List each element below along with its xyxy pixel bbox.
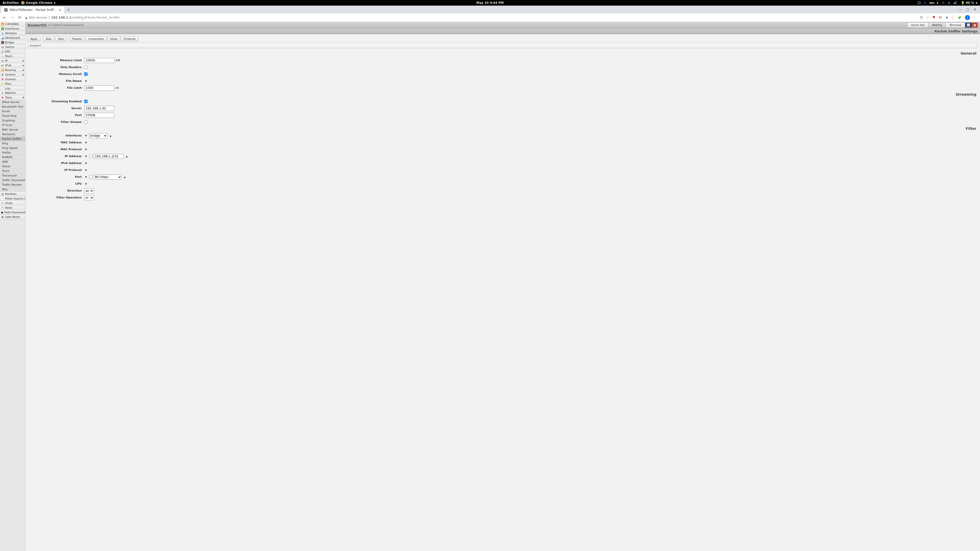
- operation-select[interactable]: or: [84, 195, 94, 200]
- sidebar-item-files[interactable]: 📁Files: [0, 82, 25, 86]
- sidebar-item-system[interactable]: ⚙System▶: [0, 73, 25, 77]
- extensions-icon[interactable]: 🧩: [958, 16, 961, 19]
- sidebar-item-graphing[interactable]: Graphing: [0, 118, 25, 123]
- tab-quickset[interactable]: Quick Set: [907, 22, 928, 28]
- sidebar-item-telnet[interactable]: Telnet: [0, 164, 25, 169]
- ext-circle-icon[interactable]: ○: [952, 16, 954, 19]
- ublock-icon[interactable]: ⛊: [932, 16, 935, 19]
- sidebar-item-radius[interactable]: ✦RADIUS: [0, 91, 25, 95]
- app-menu[interactable]: Google Chrome ▼: [21, 1, 56, 5]
- mac-address-expand-icon[interactable]: ▼: [84, 141, 88, 144]
- sidebar-item-mac-server[interactable]: MAC Server: [0, 127, 25, 132]
- ipv6-address-expand-icon[interactable]: ▼: [84, 162, 88, 165]
- server-input[interactable]: [84, 106, 115, 111]
- packets-button[interactable]: Packets: [69, 36, 84, 41]
- sidebar-item-safe-mode[interactable]: 🖥Safe Mode: [0, 215, 25, 219]
- tab-dashboard-icon[interactable]: ▦: [972, 22, 978, 28]
- sidebar-item-wireguard[interactable]: ◢WireGuard: [0, 36, 25, 40]
- sidebar-item-log[interactable]: 📄Log: [0, 86, 25, 91]
- sidebar-item-traffic-monitor[interactable]: Traffic Monitor: [0, 183, 25, 187]
- ext-refresh-icon[interactable]: ◉: [946, 16, 948, 19]
- activities-button[interactable]: Activities: [3, 1, 19, 5]
- sidebar-item-ping[interactable]: Ping: [0, 141, 25, 146]
- sidebar-item-packet-sniffer[interactable]: Packet Sniffer: [0, 137, 25, 141]
- tab-graph-icon[interactable]: 📊: [965, 22, 972, 28]
- memory-limit-input[interactable]: [84, 58, 115, 63]
- file-name-expand-icon[interactable]: ▼: [84, 80, 88, 83]
- sidebar-item-romon[interactable]: RoMON: [0, 155, 25, 160]
- clock[interactable]: May 10 9:44 PM: [476, 1, 504, 5]
- stream-port-input[interactable]: [84, 113, 115, 118]
- direction-select[interactable]: any: [84, 188, 94, 193]
- sidebar-item-tools[interactable]: ✖Tools▼: [0, 95, 25, 100]
- new-tab-button[interactable]: +: [65, 6, 72, 13]
- sidebar-item-ip[interactable]: 🏷IP▶: [0, 59, 25, 63]
- sidebar-item-traceroute[interactable]: Traceroute: [0, 173, 25, 178]
- volume-icon[interactable]: 🔊: [953, 1, 957, 5]
- back-button[interactable]: ←: [2, 15, 7, 20]
- sidebar-item-email[interactable]: Email: [0, 109, 25, 114]
- sidebar-item-torch[interactable]: Torch: [0, 169, 25, 173]
- sidebar-item-flood-ping[interactable]: Flood Ping: [0, 114, 25, 118]
- start-button[interactable]: Start: [43, 36, 54, 41]
- sidebar-item-queues[interactable]: ♣Queues: [0, 77, 25, 82]
- sidebar-item-ping-speed[interactable]: Ping Speed: [0, 146, 25, 151]
- sidebar-item-mesh[interactable]: ⁘Mesh: [0, 54, 25, 59]
- wifi-icon[interactable]: ▾: [948, 1, 950, 5]
- bluetooth-icon[interactable]: ᛒ: [924, 1, 926, 5]
- filter-port-invert-checkbox[interactable]: [89, 175, 92, 179]
- tab-webfig[interactable]: WebFig: [928, 22, 946, 28]
- battery-indicator[interactable]: 🔋 90 % ▼: [961, 1, 977, 5]
- streaming-enabled-checkbox[interactable]: [84, 100, 88, 103]
- ip-address-collapse-icon[interactable]: ▼: [84, 155, 88, 158]
- sidebar-item-hide-passwords[interactable]: ●Hide Passwords: [0, 210, 25, 215]
- sidebar-item-ip-scan[interactable]: IP Scan: [0, 123, 25, 127]
- reload-button[interactable]: ⟳: [18, 15, 22, 20]
- ip-address-invert-checkbox[interactable]: [89, 155, 92, 158]
- sidebar-item-sms[interactable]: SMS: [0, 160, 25, 164]
- forward-button[interactable]: →: [10, 15, 15, 20]
- sidebar-item-bridge[interactable]: 🌉Bridge: [0, 40, 25, 45]
- mac-protocol-expand-icon[interactable]: ▼: [84, 148, 88, 151]
- screen-icon[interactable]: 🖵: [918, 1, 921, 5]
- profile-avatar[interactable]: J: [965, 15, 970, 20]
- window-maximize-icon[interactable]: ▢: [966, 7, 969, 11]
- window-minimize-icon[interactable]: —: [958, 7, 962, 11]
- ext-s-icon[interactable]: S!: [939, 16, 942, 19]
- sidebar-item-supout[interactable]: 📄Make Supout.rif: [0, 197, 25, 201]
- interfaces-add-icon[interactable]: ▲: [109, 135, 112, 137]
- chrome-menu-icon[interactable]: ⋮: [974, 16, 977, 19]
- hosts-button[interactable]: Hosts: [107, 36, 120, 41]
- filter-port-select[interactable]: 80 (http): [94, 175, 122, 179]
- apply-button[interactable]: Apply: [27, 36, 40, 41]
- filter-port-collapse-icon[interactable]: ▼: [84, 176, 88, 178]
- sidebar-item-btest-server[interactable]: BTest Server: [0, 100, 25, 105]
- connections-button[interactable]: Connections: [86, 36, 107, 41]
- star-icon[interactable]: ☆: [926, 16, 929, 19]
- window-close-icon[interactable]: ✕: [974, 7, 977, 11]
- sidebar-item-traffic-generator[interactable]: Traffic Generator: [0, 178, 25, 183]
- sidebar-item-switch[interactable]: ⇄Switch: [0, 45, 25, 49]
- sidebar-item-routing[interactable]: 🔀Routing▶: [0, 68, 25, 73]
- interfaces-select[interactable]: bridge: [89, 133, 107, 138]
- sidebar-item-wireless[interactable]: 📡Wireless: [0, 31, 25, 36]
- sidebar-item-partition[interactable]: ◔Partition: [0, 192, 25, 197]
- sidebar-item-wol[interactable]: WoL: [0, 187, 25, 192]
- sidebar-item-ipv6[interactable]: 🏷IPv6▶: [0, 63, 25, 68]
- sidebar-item-capsman[interactable]: 📶CAPsMAN: [0, 22, 25, 27]
- ip-protocol-expand-icon[interactable]: ▼: [84, 169, 88, 171]
- lang-indicator[interactable]: en₁ ▼: [929, 1, 939, 5]
- tab-close-icon[interactable]: ×: [59, 8, 62, 12]
- cpu-expand-icon[interactable]: ▼: [84, 183, 88, 185]
- sidebar-item-netwatch[interactable]: Netwatch: [0, 132, 25, 137]
- sidebar-item-bandwidth-test[interactable]: Bandwidth Test: [0, 105, 25, 109]
- memory-scroll-checkbox[interactable]: [84, 73, 88, 76]
- filter-port-add-icon[interactable]: ▲: [123, 176, 127, 178]
- sidebar-item-profile[interactable]: Profile: [0, 151, 25, 155]
- ip-address-add-icon[interactable]: ▲: [125, 155, 129, 158]
- only-headers-checkbox[interactable]: [84, 65, 88, 69]
- sidebar-item-ppp[interactable]: 🔗PPP: [0, 49, 25, 54]
- ip-address-input[interactable]: [94, 154, 124, 159]
- interfaces-collapse-icon[interactable]: ▼: [84, 135, 88, 137]
- brightness-icon[interactable]: ☼: [942, 1, 945, 5]
